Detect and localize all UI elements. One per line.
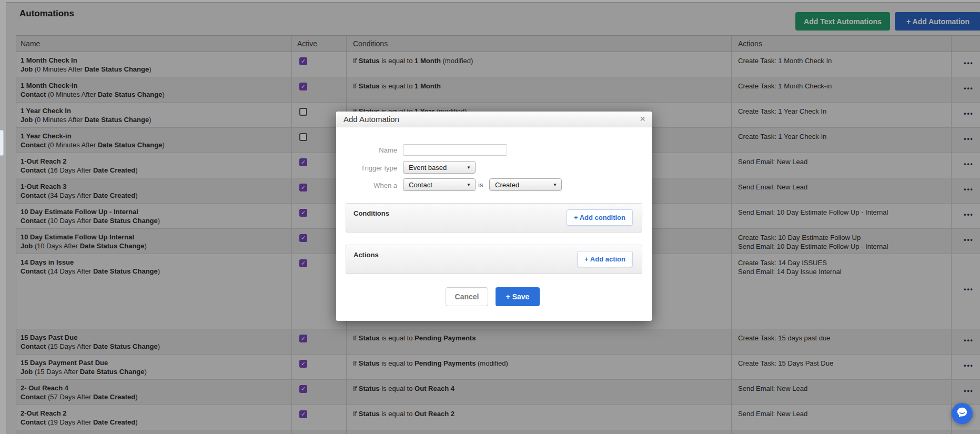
chat-launcher[interactable] xyxy=(952,403,973,424)
when-a-label: When a xyxy=(336,181,397,189)
chevron-down-icon: ▼ xyxy=(553,183,557,187)
actions-panel: Actions + Add action xyxy=(346,245,642,274)
event-value: Created xyxy=(495,181,553,189)
modal-title: Add Automation xyxy=(336,112,652,127)
conditions-panel-label: Conditions xyxy=(353,209,389,217)
add-condition-button[interactable]: + Add condition xyxy=(567,209,633,226)
chat-bubble-icon xyxy=(956,407,968,420)
event-select[interactable]: Created ▼ xyxy=(489,178,562,191)
add-automation-modal: Add Automation × Name Trigger type Event… xyxy=(336,112,652,321)
cancel-button[interactable]: Cancel xyxy=(446,287,488,306)
chevron-down-icon: ▼ xyxy=(467,165,471,170)
save-button[interactable]: + Save xyxy=(496,287,540,306)
modal-header: Add Automation × xyxy=(336,112,652,127)
entity-value: Contact xyxy=(409,181,467,189)
side-drawer-handle[interactable] xyxy=(0,130,4,156)
name-input[interactable] xyxy=(403,144,507,156)
actions-panel-label: Actions xyxy=(353,251,379,259)
trigger-type-label: Trigger type xyxy=(336,164,397,172)
trigger-type-value: Event based xyxy=(409,164,467,171)
trigger-type-select[interactable]: Event based ▼ xyxy=(403,161,476,174)
entity-select[interactable]: Contact ▼ xyxy=(403,178,476,191)
close-icon[interactable]: × xyxy=(640,113,645,125)
conditions-panel: Conditions + Add condition xyxy=(346,203,642,233)
add-action-button[interactable]: + Add action xyxy=(577,251,633,267)
name-label: Name xyxy=(336,146,397,154)
is-connector-label: is xyxy=(478,181,483,189)
app-window: Automations Add Text Automations + Add A… xyxy=(0,0,980,434)
chevron-down-icon: ▼ xyxy=(467,183,471,187)
